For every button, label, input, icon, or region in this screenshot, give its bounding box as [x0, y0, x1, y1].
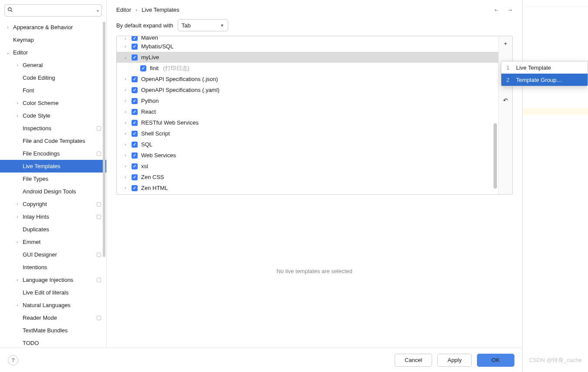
- editor-preview-pane: [523, 0, 588, 372]
- template-checkbox[interactable]: [132, 185, 138, 191]
- template-checkbox[interactable]: [132, 109, 138, 115]
- sidebar-item[interactable]: ›Code Style: [0, 109, 106, 122]
- template-group[interactable]: ›OpenAPI Specifications (.json): [117, 74, 498, 85]
- template-checkbox[interactable]: [140, 65, 146, 71]
- sidebar-item-label: Language Injections: [23, 277, 73, 283]
- template-item[interactable]: finit(打印日志): [117, 63, 498, 74]
- nav-forward-icon[interactable]: →: [507, 7, 513, 13]
- sidebar-item[interactable]: File Types: [0, 172, 106, 185]
- sidebar-item[interactable]: Reader Mode: [0, 311, 106, 324]
- template-group[interactable]: ›Maven: [117, 36, 498, 41]
- chevron-right-icon: ›: [123, 186, 128, 190]
- chevron-right-icon: ›: [123, 36, 128, 41]
- template-group[interactable]: ›OpenAPI Specifications (.yaml): [117, 85, 498, 95]
- revert-icon: ↶: [503, 97, 508, 104]
- template-group[interactable]: ›Shell Script: [117, 128, 498, 139]
- svg-point-0: [8, 8, 11, 11]
- template-checkbox[interactable]: [132, 152, 138, 159]
- sidebar-item-label: Copyright: [23, 201, 47, 207]
- template-group[interactable]: ›RESTful Web Services: [117, 117, 498, 128]
- template-checkbox[interactable]: [132, 142, 138, 148]
- template-label: Zen CSS: [141, 174, 164, 180]
- nav-back-icon[interactable]: ←: [493, 7, 499, 13]
- template-checkbox[interactable]: [132, 87, 138, 93]
- project-badge-icon: [97, 316, 101, 320]
- template-group[interactable]: ›Mybatis/SQL: [117, 41, 498, 52]
- sidebar-item[interactable]: Font: [0, 84, 106, 97]
- help-button[interactable]: ?: [8, 355, 18, 365]
- apply-button[interactable]: Apply: [437, 354, 472, 367]
- template-label: SQL: [141, 141, 152, 148]
- template-label: React: [141, 108, 156, 115]
- popup-item[interactable]: 2Template Group…: [501, 74, 588, 86]
- breadcrumb-part[interactable]: Editor: [116, 7, 131, 13]
- template-label: Python: [141, 98, 159, 104]
- sidebar-item[interactable]: ›Color Scheme: [0, 97, 106, 109]
- template-checkbox[interactable]: [132, 44, 138, 50]
- sidebar-item[interactable]: ›Inlay Hints: [0, 210, 106, 223]
- template-checkbox[interactable]: [132, 98, 138, 104]
- sidebar-item[interactable]: ›Emmet: [0, 236, 106, 248]
- template-group[interactable]: ⌄myLive: [117, 52, 498, 63]
- sidebar-item[interactable]: File Encodings: [0, 147, 106, 160]
- sidebar-item[interactable]: Live Templates: [0, 160, 106, 172]
- expand-with-select[interactable]: Tab ▼: [178, 19, 228, 31]
- sidebar-item[interactable]: Intentions: [0, 261, 106, 274]
- template-group[interactable]: ›xsl: [117, 161, 498, 172]
- sidebar-item[interactable]: ›Appearance & Behavior: [0, 21, 106, 34]
- sidebar-item-label: TODO: [23, 340, 39, 346]
- template-checkbox[interactable]: [132, 174, 138, 180]
- sidebar-item[interactable]: ›General: [0, 59, 106, 71]
- add-template-popup[interactable]: 1Live Template2Template Group…: [501, 61, 588, 86]
- search-input[interactable]: [15, 7, 95, 14]
- sidebar-item[interactable]: Live Edit of literals: [0, 286, 106, 299]
- expand-with-label: By default expand with: [116, 22, 173, 29]
- template-group[interactable]: ›SQL: [117, 139, 498, 150]
- chevron-down-icon: ▼: [220, 23, 224, 28]
- sidebar-item[interactable]: Code Editing: [0, 71, 106, 84]
- sidebar-item-label: Code Style: [23, 112, 51, 119]
- ok-button[interactable]: OK: [477, 354, 514, 367]
- template-group[interactable]: ›Python: [117, 95, 498, 106]
- sidebar-item[interactable]: TextMate Bundles: [0, 324, 106, 337]
- sidebar-item[interactable]: File and Code Templates: [0, 135, 106, 147]
- popup-item[interactable]: 1Live Template: [501, 61, 588, 74]
- revert-button[interactable]: ↶: [501, 95, 510, 105]
- chevron-down-icon[interactable]: ▾: [97, 8, 99, 13]
- plus-icon: ＋: [503, 40, 508, 47]
- sidebar-item[interactable]: ⌄Editor: [0, 46, 106, 59]
- sidebar-item[interactable]: Inspections: [0, 122, 106, 135]
- cancel-button[interactable]: Cancel: [395, 354, 432, 367]
- settings-tree[interactable]: ›Appearance & BehaviorKeymap⌄Editor›Gene…: [0, 20, 106, 348]
- sidebar-item[interactable]: ›Copyright: [0, 198, 106, 210]
- watermark-text: CSDN @转身_cache: [529, 356, 582, 364]
- template-list[interactable]: ›Maven›Mybatis/SQL⌄myLivefinit(打印日志)›Ope…: [117, 36, 498, 194]
- sidebar-item[interactable]: TODO: [0, 337, 106, 348]
- sidebar-item[interactable]: Keymap: [0, 34, 106, 46]
- template-group[interactable]: ›Zen CSS: [117, 172, 498, 183]
- template-checkbox[interactable]: [132, 54, 138, 61]
- template-label: finit: [150, 65, 159, 71]
- sidebar-scrollbar[interactable]: [103, 22, 105, 257]
- template-group[interactable]: ›React: [117, 106, 498, 117]
- template-checkbox[interactable]: [132, 76, 138, 82]
- sidebar-item[interactable]: GUI Designer: [0, 248, 106, 261]
- settings-search[interactable]: ▾: [4, 4, 102, 17]
- template-checkbox[interactable]: [132, 36, 138, 41]
- settings-dialog: ▾ ›Appearance & BehaviorKeymap⌄Editor›Ge…: [0, 0, 523, 372]
- sidebar-item[interactable]: ›Natural Languages: [0, 299, 106, 311]
- expand-with-value: Tab: [182, 22, 191, 29]
- search-icon: [7, 7, 13, 14]
- template-scrollbar[interactable]: [493, 123, 497, 189]
- template-checkbox[interactable]: [132, 120, 138, 126]
- add-template-button[interactable]: ＋: [501, 39, 510, 48]
- template-checkbox[interactable]: [132, 163, 138, 169]
- sidebar-item[interactable]: Android Design Tools: [0, 185, 106, 198]
- template-group[interactable]: ›Web Services: [117, 150, 498, 161]
- sidebar-item[interactable]: ›Language Injections: [0, 274, 106, 286]
- template-group[interactable]: ›Zen HTML: [117, 183, 498, 193]
- template-checkbox[interactable]: [132, 131, 138, 137]
- template-label: RESTful Web Services: [141, 119, 199, 126]
- sidebar-item-label: Editor: [13, 49, 28, 56]
- sidebar-item[interactable]: Duplicates: [0, 223, 106, 236]
